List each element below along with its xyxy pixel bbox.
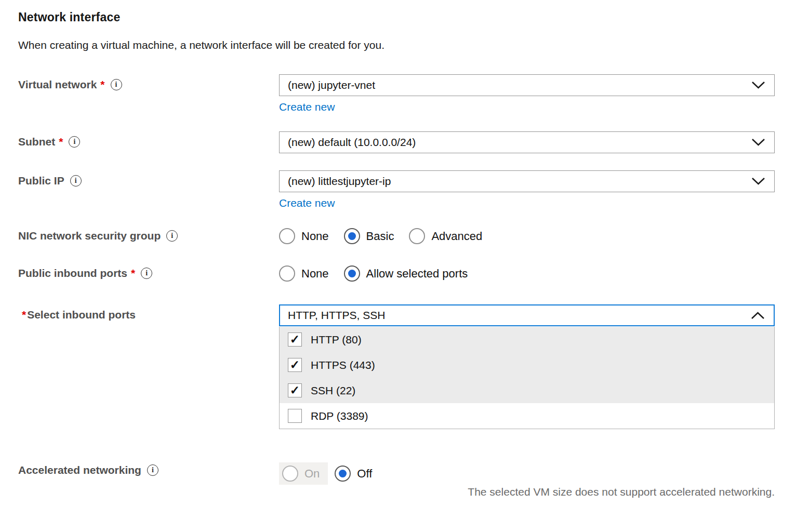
accelerated-networking-note: The selected VM size does not support ac… <box>18 486 775 498</box>
radio-disabled-icon <box>282 466 298 482</box>
select-inbound-ports-label: * Select inbound ports <box>18 304 279 321</box>
port-option-label: SSH (22) <box>311 384 355 397</box>
port-option-http[interactable]: ✓ HTTP (80) <box>280 327 774 352</box>
radio-icon[interactable] <box>279 265 295 282</box>
subnet-select[interactable]: (new) default (10.0.0.0/24) <box>279 131 775 153</box>
accelerated-networking-radio-group: On Off <box>279 462 775 485</box>
public-inbound-ports-radio-group: None Allow selected ports <box>279 265 775 282</box>
create-new-public-ip-link[interactable]: Create new <box>279 197 335 209</box>
info-icon[interactable]: i <box>166 230 178 242</box>
chevron-down-icon[interactable] <box>751 138 765 147</box>
radio-selected-icon[interactable] <box>335 466 351 482</box>
virtual-network-label: Virtual network * i <box>18 74 279 91</box>
virtual-network-select[interactable]: (new) jupyter-vnet <box>279 74 775 96</box>
required-asterisk: * <box>100 78 104 91</box>
subnet-label-text: Subnet <box>18 136 55 148</box>
info-icon[interactable]: i <box>111 79 122 90</box>
radio-option-basic[interactable]: Basic <box>344 228 394 244</box>
public-ip-row: Public IP i (new) littlestjupyter-ip Cre… <box>18 170 775 209</box>
radio-option-none[interactable]: None <box>279 228 329 244</box>
virtual-network-row: Virtual network * i (new) jupyter-vnet C… <box>18 74 775 113</box>
radio-label: On <box>304 467 320 481</box>
create-new-vnet-link[interactable]: Create new <box>279 101 335 113</box>
chevron-down-icon[interactable] <box>751 177 765 185</box>
radio-option-advanced[interactable]: Advanced <box>409 228 482 244</box>
radio-option-none[interactable]: None <box>279 265 329 282</box>
virtual-network-label-text: Virtual network <box>18 78 97 91</box>
subnet-value: (new) default (10.0.0.0/24) <box>288 136 416 149</box>
subnet-label: Subnet * i <box>18 131 279 148</box>
port-option-https[interactable]: ✓ HTTPS (443) <box>280 352 774 378</box>
info-icon[interactable]: i <box>69 136 80 148</box>
required-asterisk: * <box>22 309 26 321</box>
required-asterisk: * <box>131 267 135 280</box>
required-asterisk: * <box>59 136 63 148</box>
public-ip-select[interactable]: (new) littlestjupyter-ip <box>279 170 775 192</box>
radio-label: Allow selected ports <box>366 267 468 281</box>
radio-selected-icon[interactable] <box>344 228 360 244</box>
page-title: Network interface <box>18 10 775 24</box>
nic-nsg-label-text: NIC network security group <box>18 230 161 242</box>
public-ip-label: Public IP i <box>18 170 279 187</box>
section-description: When creating a virtual machine, a netwo… <box>18 39 775 51</box>
radio-selected-icon[interactable] <box>344 265 360 282</box>
radio-label: None <box>301 230 329 243</box>
inbound-ports-dropdown-list: ✓ HTTP (80) ✓ HTTPS (443) ✓ SSH (22) RDP… <box>279 327 775 429</box>
port-option-ssh[interactable]: ✓ SSH (22) <box>280 378 774 403</box>
port-option-rdp[interactable]: RDP (3389) <box>280 403 774 429</box>
network-interface-section: Network interface When creating a virtua… <box>0 0 796 498</box>
info-icon[interactable]: i <box>141 268 152 279</box>
select-inbound-ports-input[interactable]: HTTP, HTTPS, SSH <box>279 304 775 326</box>
radio-option-off[interactable]: Off <box>335 466 372 482</box>
radio-icon[interactable] <box>279 228 295 244</box>
public-ip-label-text: Public IP <box>18 175 64 187</box>
public-ip-value: (new) littlestjupyter-ip <box>288 175 391 188</box>
nic-nsg-row: NIC network security group i None Basic … <box>18 228 775 244</box>
accelerated-networking-label: Accelerated networking i <box>18 462 279 476</box>
accelerated-networking-label-text: Accelerated networking <box>18 464 141 476</box>
virtual-network-value: (new) jupyter-vnet <box>288 79 375 91</box>
port-option-label: HTTP (80) <box>311 334 362 346</box>
radio-option-on-disabled: On <box>279 462 328 485</box>
chevron-down-icon[interactable] <box>751 81 765 89</box>
info-icon[interactable]: i <box>70 175 82 187</box>
accelerated-networking-row: Accelerated networking i On Off <box>18 462 775 485</box>
port-option-label: HTTPS (443) <box>311 359 375 371</box>
radio-icon[interactable] <box>409 228 425 244</box>
radio-label: Advanced <box>431 230 482 243</box>
checkbox-icon[interactable]: ✓ <box>288 332 302 347</box>
checkbox-icon[interactable]: ✓ <box>288 383 302 397</box>
chevron-up-icon[interactable] <box>751 311 765 320</box>
subnet-row: Subnet * i (new) default (10.0.0.0/24) <box>18 131 775 153</box>
radio-label: Basic <box>366 230 394 243</box>
public-inbound-ports-label-text: Public inbound ports <box>18 267 127 280</box>
nic-nsg-label: NIC network security group i <box>18 228 279 242</box>
radio-option-allow-selected-ports[interactable]: Allow selected ports <box>344 265 468 282</box>
select-inbound-ports-value: HTTP, HTTPS, SSH <box>288 309 385 322</box>
radio-label: None <box>301 267 329 281</box>
select-inbound-ports-row: * Select inbound ports HTTP, HTTPS, SSH … <box>18 304 775 429</box>
public-inbound-ports-row: Public inbound ports * i None Allow sele… <box>18 265 775 282</box>
port-option-label: RDP (3389) <box>311 410 368 422</box>
info-icon[interactable]: i <box>147 464 158 476</box>
checkbox-icon[interactable] <box>288 409 302 423</box>
radio-label: Off <box>357 467 372 481</box>
checkbox-icon[interactable]: ✓ <box>288 358 302 372</box>
nic-nsg-radio-group: None Basic Advanced <box>279 228 775 244</box>
select-inbound-ports-label-text: Select inbound ports <box>27 309 136 321</box>
public-inbound-ports-label: Public inbound ports * i <box>18 265 279 280</box>
